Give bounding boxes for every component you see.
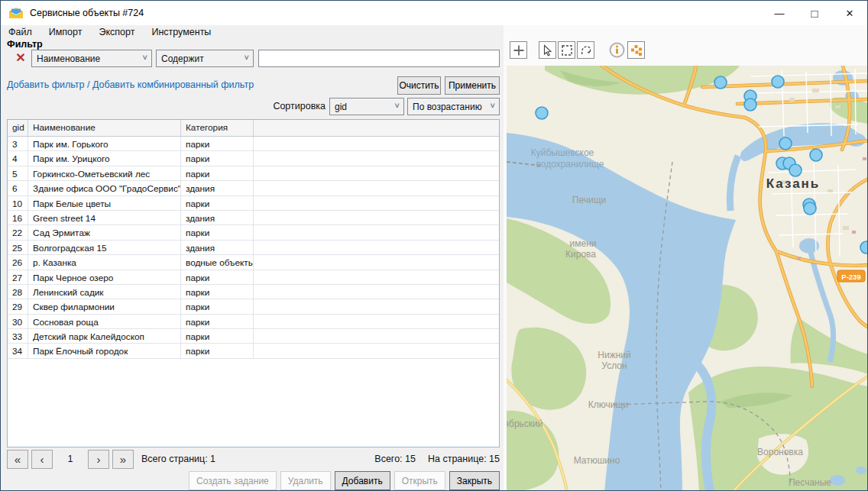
map-label: Кирова [565,249,596,260]
cell-category: парки [181,137,254,150]
map-marker[interactable] [714,76,727,89]
table-row[interactable]: 3Парк им. Горькогопарки [8,137,499,151]
table-body: 3Парк им. Горькогопарки4Парк им. Урицког… [8,137,499,359]
cell-extra [254,181,499,195]
objects-table: gid Наименование Категория 3Парк им. Гор… [7,119,500,447]
apply-button[interactable]: Применить [445,76,500,95]
map-marker[interactable] [804,202,816,215]
table-row[interactable]: 5Горкинско-Ометьевский леспарки [8,166,499,181]
cell-name: Сквер филармонии [28,299,181,313]
map-label: ябрьский [507,418,542,429]
next-page-button[interactable]: › [88,450,109,469]
rectangle-select-button[interactable] [558,41,575,59]
map-marker[interactable] [810,149,822,161]
cell-gid: 34 [8,344,28,357]
table-row[interactable]: 28Ленинский садикпарки [8,285,499,299]
table-row[interactable]: 30Сосновая рощапарки [8,315,499,329]
map-toolbar [504,41,645,61]
maximize-icon[interactable]: □ [797,1,832,25]
prev-page-button[interactable]: ‹ [31,450,53,469]
close-icon[interactable]: ✕ [832,1,867,25]
remove-filter-icon[interactable]: ✕ [14,51,28,65]
polygon-select-button[interactable] [577,41,594,59]
info-button[interactable] [608,41,626,59]
cell-name: Здание офиса ООО "ГрадоСервис" [28,181,181,195]
menu-export[interactable]: Экспорт [99,27,134,37]
last-page-button[interactable]: » [112,450,134,469]
cell-extra [254,344,499,357]
column-header-gid[interactable]: gid [8,120,28,136]
cell-name: р. Казанка [28,255,181,269]
cell-gid: 26 [8,255,28,269]
cell-category: парки [181,270,254,284]
table-row[interactable]: 6Здание офиса ООО "ГрадоСервис"здания [8,181,499,195]
table-row[interactable]: 33Детский парк Калейдоскоппарки [8,329,499,344]
current-page[interactable]: 1 [56,454,85,464]
clear-button[interactable]: Очистить [397,76,441,95]
filter-value-input[interactable] [258,50,500,67]
table-row[interactable]: 25Волгоградская 15здания [8,241,499,255]
map-marker[interactable] [860,241,868,254]
filter-field-select[interactable]: Наименование ˅ [31,50,152,67]
table-row[interactable]: 29Сквер филармониипарки [8,299,499,314]
filter-operator-select[interactable]: Содержит ˅ [156,50,254,67]
map-marker[interactable] [744,99,756,111]
table-row[interactable]: 34Парк Ёлочный городокпарки [8,344,499,358]
cell-category: парки [181,225,254,239]
cell-category: парки [181,299,254,313]
filter-links: Добавить фильтр / Добавить комбинированн… [7,79,254,90]
map-canvas[interactable]: КуйбышевскоеводохранилищеПечищиКазаньиме… [507,66,868,491]
cell-name: Парк Белые цветы [28,196,181,210]
close-button[interactable]: Закрыть [449,471,500,490]
sort-field-select[interactable]: gid ˅ [329,98,404,115]
cell-name: Green street 14 [28,211,181,225]
add-button[interactable]: Добавить [335,471,390,490]
map-label: Куйбышевское [531,147,594,158]
add-combined-filter-link[interactable]: Добавить комбинированный фильтр [92,79,254,90]
first-page-button[interactable]: « [7,450,28,469]
cell-category: водные объекты [181,255,254,269]
add-object-button[interactable] [510,41,527,59]
map-panel: КуйбышевскоеводохранилищеПечищиКазаньиме… [504,25,868,491]
links-separator: / [87,79,89,90]
column-header-category[interactable]: Категория [181,120,254,136]
window-controls: — □ ✕ [762,1,867,25]
map-label: Матюшино [574,455,620,466]
sort-direction-select[interactable]: По возрастанию ˅ [407,98,500,115]
cell-extra [254,151,499,165]
table-row[interactable]: 10Парк Белые цветыпарки [8,196,499,211]
cell-extra [254,166,499,180]
table-row[interactable]: 26р. Казанкаводные объекты [8,255,499,270]
cell-category: парки [181,315,254,328]
select-cursor-button[interactable] [539,41,556,59]
zoom-to-extent-button[interactable] [627,41,645,59]
cell-gid: 30 [8,315,28,328]
table-row[interactable]: 4Парк им. Урицкогопарки [8,151,499,166]
menu-import[interactable]: Импорт [49,27,83,37]
table-row[interactable]: 27Парк Черное озеропарки [8,270,499,285]
minimize-icon[interactable]: — [762,1,797,25]
menu-file[interactable]: Файл [8,27,32,37]
map-marker[interactable] [779,137,792,150]
map-marker[interactable] [789,164,802,176]
window-title: Сервисные объекты #724 [30,8,144,18]
cell-name: Сад Эрмитаж [28,225,181,239]
cell-name: Парк Ёлочный городок [28,344,181,357]
cell-name: Парк им. Урицкого [28,151,181,165]
open-button: Открыть [394,471,445,490]
cell-gid: 6 [8,181,28,195]
menu-tools[interactable]: Инструменты [151,27,211,37]
table-row[interactable]: 16Green street 14здания [8,211,499,225]
crosshair-add-icon [513,44,525,57]
column-header-name[interactable]: Наименование [28,120,181,136]
cell-extra [254,270,499,284]
cell-extra [254,211,499,225]
map-marker[interactable] [536,107,548,119]
cell-category: здания [181,181,254,195]
table-row[interactable]: 22Сад Эрмитажпарки [8,225,499,240]
menu-bar: Файл Импорт Экспорт Инструменты [1,25,504,39]
add-filter-link[interactable]: Добавить фильтр [7,79,85,90]
map-label: Услон [601,360,627,371]
svg-text:Р-239: Р-239 [841,273,860,281]
map-marker[interactable] [772,76,784,88]
